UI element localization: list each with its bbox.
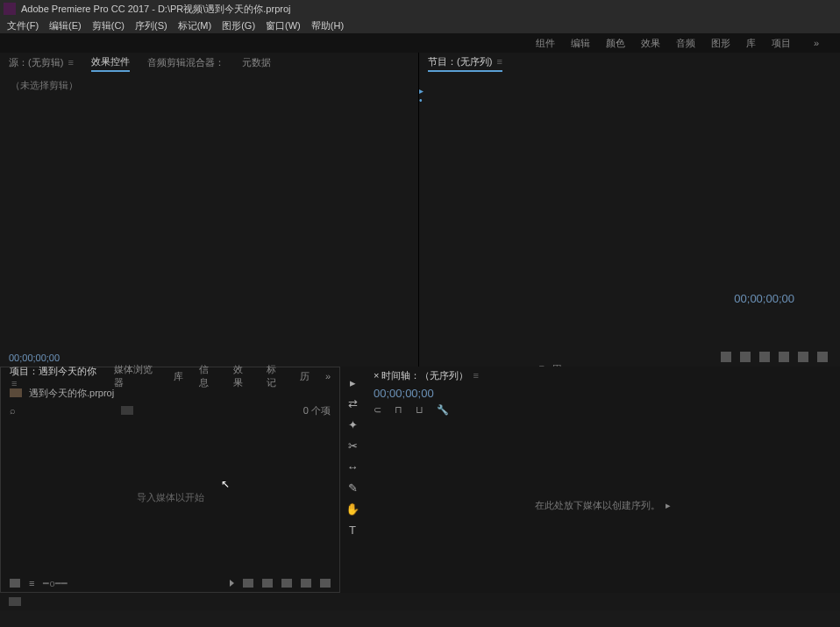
workspace-bar: 组件 编辑 颜色 效果 音频 图形 库 项目 » bbox=[0, 33, 840, 53]
export-frame-icon[interactable] bbox=[817, 352, 828, 362]
project-item-count: 0 个项 bbox=[303, 404, 331, 417]
automate-icon[interactable] bbox=[230, 580, 234, 587]
source-body: （未选择剪辑） ▸• bbox=[0, 74, 418, 349]
project-tabs-overflow-icon[interactable]: » bbox=[325, 371, 331, 381]
play-icon[interactable] bbox=[779, 352, 789, 362]
marker-in-icon[interactable] bbox=[721, 352, 731, 362]
program-tabs: 节目：(无序列) ≡ bbox=[419, 53, 840, 74]
premiere-logo-icon bbox=[4, 3, 16, 15]
ws-effects[interactable]: 效果 bbox=[641, 37, 660, 50]
tab-metadata[interactable]: 元数据 bbox=[242, 56, 271, 71]
wrench-icon[interactable]: 🔧 bbox=[437, 404, 447, 415]
ws-assembly[interactable]: 组件 bbox=[536, 37, 555, 50]
tab-libraries[interactable]: 库 bbox=[174, 370, 183, 383]
menubar: 文件(F) 编辑(E) 剪辑(C) 序列(S) 标记(M) 图形(G) 窗口(W… bbox=[0, 18, 840, 33]
upper-panels: 源：(无剪辑) ≡ 效果控件 音频剪辑混合器： 元数据 （未选择剪辑） ▸• 0… bbox=[0, 53, 840, 367]
slip-tool-icon[interactable]: ↔ bbox=[345, 460, 359, 474]
ws-overflow-icon[interactable]: » bbox=[814, 38, 819, 48]
project-footer: ≡ ━o━━ bbox=[1, 574, 339, 592]
tab-source[interactable]: 源：(无剪辑) ≡ bbox=[9, 56, 74, 71]
search-icon[interactable]: ⌕ bbox=[10, 405, 16, 416]
project-panel: 项目：遇到今天的你 ≡ 媒体浏览器 库 信息 效果 标记 历 » 遇到今天的你.… bbox=[0, 367, 340, 593]
menu-graphics[interactable]: 图形(G) bbox=[222, 19, 255, 32]
timeline-tabs: × 时间轴：（无序列） ≡ bbox=[365, 367, 840, 384]
linked-sel-icon[interactable]: ⊓ bbox=[395, 404, 405, 415]
ws-color[interactable]: 颜色 bbox=[606, 37, 625, 50]
project-file-icon bbox=[10, 388, 22, 397]
menu-sequence[interactable]: 序列(S) bbox=[135, 19, 167, 32]
tab-program-label: 节目：(无序列) bbox=[428, 56, 492, 67]
timeline-timecode[interactable]: 00;00;00;00 bbox=[365, 384, 840, 402]
ws-libraries[interactable]: 库 bbox=[746, 37, 756, 50]
source-panel: 源：(无剪辑) ≡ 效果控件 音频剪辑混合器： 元数据 （未选择剪辑） ▸• 0… bbox=[0, 53, 419, 367]
tab-effect-controls[interactable]: 效果控件 bbox=[91, 55, 130, 72]
menu-window[interactable]: 窗口(W) bbox=[266, 19, 301, 32]
source-tabs: 源：(无剪辑) ≡ 效果控件 音频剪辑混合器： 元数据 bbox=[0, 53, 418, 74]
timeline-body[interactable]: 在此处放下媒体以创建序列。 ▸ bbox=[365, 417, 840, 593]
bin-filter-icon[interactable] bbox=[121, 406, 133, 415]
project-empty-hint: 导入媒体以开始 bbox=[137, 491, 204, 504]
menu-clip[interactable]: 剪辑(C) bbox=[92, 19, 125, 32]
timeline-drop-hint: 在此处放下媒体以创建序列。 bbox=[535, 499, 660, 512]
menu-file[interactable]: 文件(F) bbox=[7, 19, 39, 32]
tab-history[interactable]: 历 bbox=[300, 370, 310, 383]
app-title: Adobe Premiere Pro CC 2017 - D:\PR视频\遇到今… bbox=[21, 3, 290, 16]
selection-tool-icon[interactable]: ▸ bbox=[345, 375, 359, 389]
list-view-icon[interactable] bbox=[10, 579, 20, 588]
timeline-header-icons: ⊂ ⊓ ⊔ 🔧 bbox=[365, 402, 840, 417]
view-toggle-icon[interactable]: ≡ bbox=[29, 578, 34, 588]
ws-project[interactable]: 项目 bbox=[772, 37, 791, 50]
program-timecode[interactable]: 00;00;00;00 bbox=[734, 292, 794, 305]
audio-meter-strip bbox=[0, 593, 840, 610]
project-filename: 遇到今天的你.prproj bbox=[29, 387, 114, 400]
program-transport bbox=[419, 347, 840, 367]
tab-audio-mixer[interactable]: 音频剪辑混合器： bbox=[147, 56, 224, 71]
timeline-panel: × 时间轴：（无序列） ≡ 00;00;00;00 ⊂ ⊓ ⊔ 🔧 在此处放下媒… bbox=[365, 367, 840, 593]
tab-source-label: 源：(无剪辑) bbox=[9, 57, 63, 68]
menu-help[interactable]: 帮助(H) bbox=[311, 19, 344, 32]
tab-program[interactable]: 节目：(无序列) ≡ bbox=[428, 55, 502, 72]
titlebar: Adobe Premiere Pro CC 2017 - D:\PR视频\遇到今… bbox=[0, 0, 840, 18]
new-bin-icon[interactable] bbox=[262, 579, 273, 588]
project-bin[interactable]: 导入媒体以开始 bbox=[1, 420, 339, 574]
ws-graphics[interactable]: 图形 bbox=[711, 37, 730, 50]
step-fwd-icon[interactable] bbox=[798, 352, 808, 362]
program-panel: 节目：(无序列) ≡ 00;00;00;00 bbox=[419, 53, 840, 367]
source-empty-text: （未选择剪辑） bbox=[0, 74, 418, 97]
new-item-icon[interactable] bbox=[281, 579, 292, 588]
clear-icon[interactable] bbox=[301, 579, 311, 588]
menu-edit[interactable]: 编辑(E) bbox=[49, 19, 82, 32]
snap-icon[interactable]: ⊂ bbox=[374, 404, 384, 415]
ripple-edit-tool-icon[interactable]: ✦ bbox=[345, 417, 359, 431]
ws-audio[interactable]: 音频 bbox=[676, 37, 695, 50]
type-tool-icon[interactable]: T bbox=[345, 523, 359, 537]
step-back-icon[interactable] bbox=[759, 352, 770, 362]
track-select-tool-icon[interactable]: ⇄ bbox=[345, 396, 359, 410]
marker-out-icon[interactable] bbox=[740, 352, 751, 362]
audio-meter-icon[interactable] bbox=[9, 597, 21, 606]
program-body: 00;00;00;00 bbox=[419, 74, 840, 347]
project-info-row: 遇到今天的你.prproj bbox=[1, 385, 339, 401]
menu-markers[interactable]: 标记(M) bbox=[178, 19, 212, 32]
tab-timeline-label: × 时间轴：（无序列） bbox=[374, 370, 468, 381]
zoom-slider[interactable]: ━o━━ bbox=[43, 578, 67, 589]
delete-icon[interactable] bbox=[320, 579, 331, 588]
razor-tool-icon[interactable]: ✂ bbox=[345, 438, 359, 452]
ws-editing[interactable]: 编辑 bbox=[571, 37, 590, 50]
hand-tool-icon[interactable]: ✋ bbox=[345, 502, 359, 516]
find-icon[interactable] bbox=[243, 579, 253, 588]
tab-project-label: 项目：遇到今天的你 bbox=[10, 366, 96, 376]
tab-timeline[interactable]: × 时间轴：（无序列） ≡ bbox=[374, 369, 479, 382]
program-menu-icon[interactable]: ≡ bbox=[496, 56, 502, 67]
project-toolbar: ⌕ 0 个项 bbox=[1, 401, 339, 420]
pen-tool-icon[interactable]: ✎ bbox=[345, 481, 359, 495]
timeline-arrow-icon: ▸ bbox=[666, 500, 671, 511]
tools-panel: ▸ ⇄ ✦ ✂ ↔ ✎ ✋ T bbox=[340, 367, 365, 593]
lower-panels: 项目：遇到今天的你 ≡ 媒体浏览器 库 信息 效果 标记 历 » 遇到今天的你.… bbox=[0, 367, 840, 593]
marker-icon[interactable]: ⊔ bbox=[416, 404, 426, 415]
timeline-menu-icon[interactable]: ≡ bbox=[473, 370, 479, 381]
close-icon[interactable]: ≡ bbox=[68, 57, 73, 68]
project-tabs: 项目：遇到今天的你 ≡ 媒体浏览器 库 信息 效果 标记 历 » bbox=[1, 367, 339, 385]
